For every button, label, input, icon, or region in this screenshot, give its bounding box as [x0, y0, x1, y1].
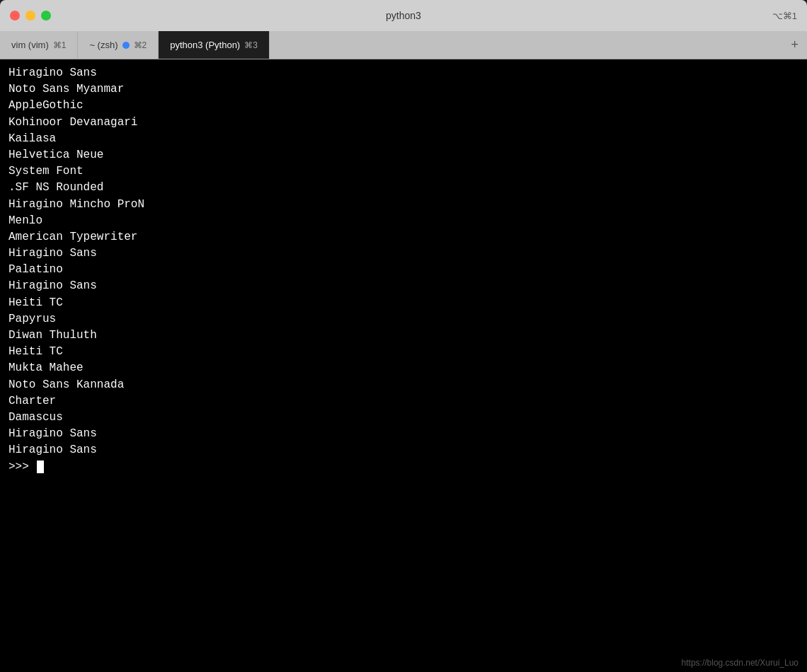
close-button[interactable] — [10, 11, 20, 21]
terminal-line: Helvetica Neue — [8, 147, 799, 163]
watermark: https://blog.csdn.net/Xurui_Luo — [682, 658, 799, 668]
terminal-line: Heiti TC — [8, 295, 799, 311]
tab-bar: vim (vim) ⌘1 ~ (zsh) ⌘2 python3 (Python)… — [0, 31, 807, 59]
terminal-line: American Typewriter — [8, 229, 799, 245]
tab-vim[interactable]: vim (vim) ⌘1 — [0, 31, 78, 59]
tab-vim-shortcut: ⌘1 — [53, 40, 67, 50]
terminal-line: Hiragino Mincho ProN — [8, 197, 799, 213]
terminal-line: Hiragino Sans — [8, 65, 799, 81]
terminal-line: AppleGothic — [8, 98, 799, 114]
tab-python[interactable]: python3 (Python) ⌘3 — [159, 31, 270, 59]
terminal-line: Diwan Thuluth — [8, 328, 799, 344]
terminal: Hiragino SansNoto Sans MyanmarAppleGothi… — [0, 59, 807, 672]
tab-python-label: python3 (Python) — [170, 40, 240, 50]
minimize-button[interactable] — [25, 11, 35, 21]
terminal-line: Noto Sans Kannada — [8, 377, 799, 393]
tab-zsh-shortcut: ⌘2 — [134, 40, 147, 50]
tab-zsh-dot — [122, 42, 130, 49]
terminal-line: .SF NS Rounded — [8, 180, 799, 196]
window-controls — [10, 11, 51, 21]
terminal-line: Papyrus — [8, 311, 799, 328]
tab-add-icon: + — [791, 38, 799, 52]
terminal-line: Menlo — [8, 213, 799, 229]
terminal-line: Kohinoor Devanagari — [8, 115, 799, 131]
terminal-line: Mukta Mahee — [8, 360, 799, 376]
title-bar: python3 ⌥⌘1 — [0, 0, 807, 31]
terminal-line: Noto Sans Myanmar — [8, 81, 799, 98]
terminal-line: Charter — [8, 393, 799, 410]
tab-python-shortcut: ⌘3 — [244, 40, 258, 50]
terminal-cursor — [37, 460, 44, 473]
title-bar-shortcut: ⌥⌘1 — [772, 11, 797, 21]
prompt-line: >>> — [8, 459, 799, 475]
terminal-line: Hiragino Sans — [8, 426, 799, 442]
terminal-line: Damascus — [8, 410, 799, 426]
terminal-line: Palatino — [8, 262, 799, 278]
terminal-line: Hiragino Sans — [8, 442, 799, 458]
tab-zsh[interactable]: ~ (zsh) ⌘2 — [78, 31, 159, 59]
tab-zsh-label: ~ (zsh) — [89, 40, 118, 50]
terminal-line: System Font — [8, 163, 799, 180]
terminal-output: Hiragino SansNoto Sans MyanmarAppleGothi… — [8, 65, 799, 459]
tab-add-button[interactable]: + — [782, 31, 807, 59]
maximize-button[interactable] — [41, 11, 51, 21]
window-title: python3 — [386, 10, 421, 21]
tab-vim-label: vim (vim) — [11, 40, 49, 50]
terminal-line: Hiragino Sans — [8, 278, 799, 294]
terminal-line: Heiti TC — [8, 344, 799, 360]
terminal-line: Hiragino Sans — [8, 245, 799, 262]
prompt-text: >>> — [8, 459, 35, 475]
terminal-line: Kailasa — [8, 131, 799, 147]
